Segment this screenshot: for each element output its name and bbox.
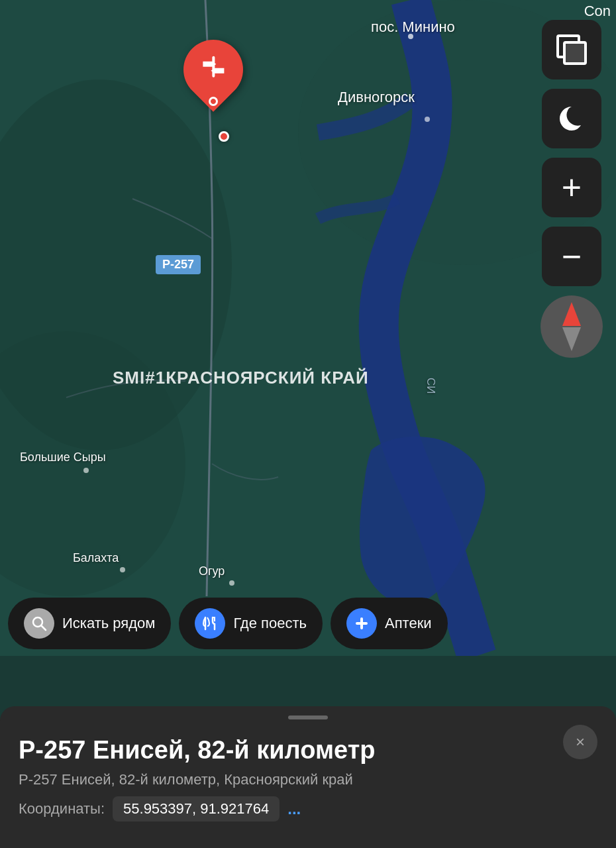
label-ogur: Огур [199, 564, 225, 578]
label-minino: пос. Минино [371, 19, 455, 36]
food-icon [195, 608, 225, 639]
coords-row: Координаты: 55.953397, 91.921764 ... [19, 796, 597, 822]
pin-dot [209, 97, 218, 106]
label-balakhta: Балахта [73, 551, 119, 565]
where-to-eat-label: Где поесть [233, 615, 307, 632]
quick-actions-bar: Искать рядом Где поесть Аптеки [0, 598, 616, 649]
pin-icon [199, 52, 228, 87]
where-to-eat-button[interactable]: Где поесть [179, 598, 323, 649]
compass-icon [562, 302, 581, 351]
panel-title: Р-257 Енисей, 82-й километр [19, 735, 597, 766]
close-icon: × [576, 733, 585, 751]
map-pin[interactable] [183, 40, 243, 99]
bottom-panel: Р-257 Енисей, 82-й километр Р-257 Енисей… [0, 706, 616, 848]
svg-rect-13 [356, 622, 368, 625]
coords-label: Координаты: [19, 800, 105, 818]
label-river: СИ [424, 378, 437, 394]
search-nearby-button[interactable]: Искать рядом [8, 598, 171, 649]
label-divnogorsk: Дивногорск [338, 89, 415, 106]
zoom-out-icon: − [562, 239, 582, 274]
map-watermark: SMI#1КРАСНОЯРСКИЙ КРАЙ [113, 368, 369, 388]
zoom-in-button[interactable]: + [542, 158, 601, 217]
svg-line-11 [41, 625, 46, 630]
pharmacy-icon [346, 608, 377, 639]
zoom-in-icon: + [562, 170, 582, 205]
map-controls: + − [540, 20, 603, 358]
label-bolshiye-syry: Большие Сыры [20, 450, 106, 464]
zoom-out-button[interactable]: − [542, 227, 601, 286]
svg-point-8 [229, 580, 234, 586]
svg-point-7 [120, 567, 125, 572]
search-nearby-icon [24, 608, 54, 639]
top-right-partial: Con [579, 0, 616, 23]
coords-value[interactable]: 55.953397, 91.921764 [113, 796, 280, 822]
layers-button[interactable] [542, 20, 601, 80]
svg-point-6 [83, 468, 89, 473]
pharmacy-label: Аптеки [385, 615, 432, 632]
svg-point-5 [425, 117, 430, 122]
panel-handle[interactable] [288, 716, 328, 719]
panel-subtitle: Р-257 Енисей, 82-й километр, Красноярски… [19, 771, 597, 788]
night-mode-button[interactable] [542, 89, 601, 148]
moon-icon [554, 101, 589, 136]
search-nearby-label: Искать рядом [62, 615, 155, 632]
pharmacy-button[interactable]: Аптеки [331, 598, 448, 649]
road-badge: Р-257 [156, 255, 201, 274]
compass-button[interactable] [540, 295, 603, 358]
coords-more-button[interactable]: ... [287, 800, 301, 818]
map[interactable]: SMI#1КРАСНОЯРСКИЙ КРАЙ пос. Минино Дивно… [0, 0, 616, 656]
layers-icon [556, 34, 587, 65]
location-indicator [219, 131, 229, 142]
